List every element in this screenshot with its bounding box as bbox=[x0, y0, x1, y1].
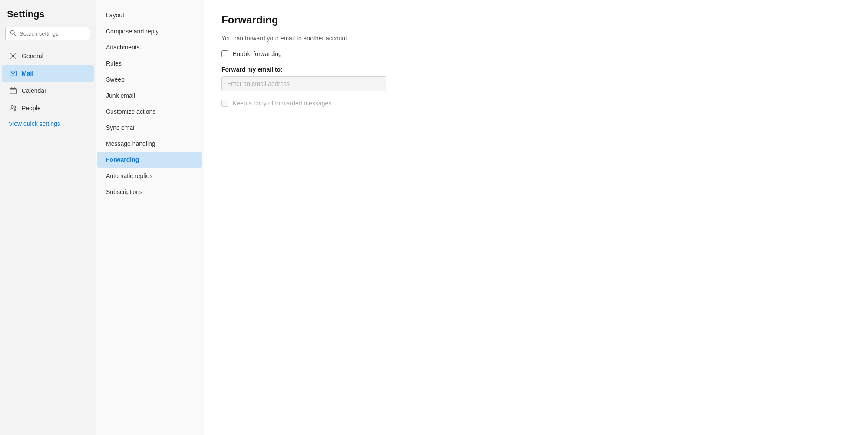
sidebar-item-general[interactable]: General bbox=[2, 48, 94, 64]
enable-forwarding-section: Enable forwarding bbox=[221, 50, 851, 57]
menu-item-compose-reply[interactable]: Compose and reply bbox=[97, 23, 202, 39]
menu-item-automatic-replies[interactable]: Automatic replies bbox=[97, 168, 202, 184]
sidebar-item-label-mail: Mail bbox=[22, 70, 33, 77]
svg-rect-4 bbox=[10, 89, 16, 94]
keep-copy-label: Keep a copy of forwarded messages bbox=[233, 100, 331, 107]
menu-item-sync-email[interactable]: Sync email bbox=[97, 120, 202, 135]
sidebar-item-label-people: People bbox=[22, 105, 41, 112]
forward-email-section: Forward my email to: bbox=[221, 66, 851, 91]
email-address-input[interactable] bbox=[221, 76, 386, 91]
sidebar-item-mail[interactable]: Mail bbox=[2, 65, 94, 82]
enable-forwarding-row: Enable forwarding bbox=[221, 50, 851, 57]
svg-point-2 bbox=[12, 55, 14, 57]
menu-item-sweep[interactable]: Sweep bbox=[97, 72, 202, 87]
middle-panel: LayoutCompose and replyAttachmentsRulesS… bbox=[96, 0, 204, 435]
sidebar-item-calendar[interactable]: Calendar bbox=[2, 82, 94, 99]
view-quick-settings-link[interactable]: View quick settings bbox=[2, 118, 94, 130]
svg-line-1 bbox=[14, 34, 16, 36]
mail-icon bbox=[9, 69, 17, 78]
calendar-icon bbox=[9, 86, 17, 95]
people-icon bbox=[9, 104, 17, 112]
gear-icon bbox=[9, 52, 17, 60]
search-box[interactable] bbox=[5, 27, 90, 40]
sidebar-item-label-calendar: Calendar bbox=[22, 87, 46, 94]
menu-item-layout[interactable]: Layout bbox=[97, 7, 202, 23]
menu-item-junk-email[interactable]: Junk email bbox=[97, 88, 202, 103]
svg-rect-3 bbox=[10, 71, 16, 76]
menu-item-customize-actions[interactable]: Customize actions bbox=[97, 104, 202, 119]
forwarding-description: You can forward your email to another ac… bbox=[221, 35, 851, 42]
main-content: Forwarding You can forward your email to… bbox=[204, 0, 868, 435]
menu-item-attachments[interactable]: Attachments bbox=[97, 40, 202, 55]
keep-copy-checkbox[interactable] bbox=[221, 100, 228, 107]
sidebar-item-people[interactable]: People bbox=[2, 100, 94, 116]
search-input[interactable] bbox=[20, 30, 86, 37]
search-icon bbox=[10, 30, 16, 37]
enable-forwarding-checkbox[interactable] bbox=[221, 50, 228, 57]
sidebar: Settings General Mail bbox=[0, 0, 96, 435]
svg-point-8 bbox=[11, 106, 13, 108]
keep-copy-row: Keep a copy of forwarded messages bbox=[221, 100, 851, 107]
app-title: Settings bbox=[0, 9, 96, 27]
forward-email-label: Forward my email to: bbox=[221, 66, 851, 73]
page-title: Forwarding bbox=[221, 14, 851, 26]
sidebar-item-label-general: General bbox=[22, 53, 43, 59]
menu-item-message-handling[interactable]: Message handling bbox=[97, 136, 202, 152]
menu-item-forwarding[interactable]: Forwarding bbox=[97, 152, 202, 168]
menu-item-rules[interactable]: Rules bbox=[97, 56, 202, 71]
enable-forwarding-label[interactable]: Enable forwarding bbox=[233, 50, 282, 57]
menu-item-subscriptions[interactable]: Subscriptions bbox=[97, 184, 202, 200]
keep-copy-section: Keep a copy of forwarded messages bbox=[221, 100, 851, 107]
